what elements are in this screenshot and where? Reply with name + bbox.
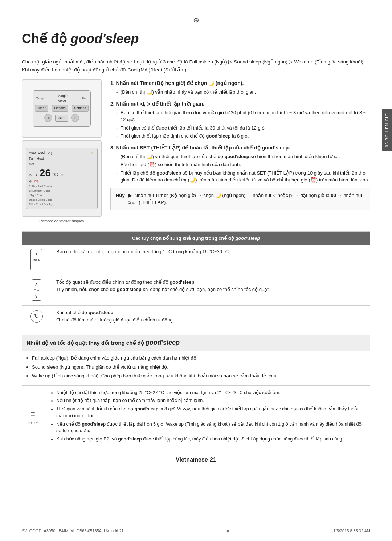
note-bullet-3: Thời gian vận hành tối ưu của chế độ goo… bbox=[56, 406, 365, 419]
table-row-3: ↻ Khi bật chế độ good'sleep Ở chế độ làm… bbox=[22, 306, 370, 327]
set-btn: SET bbox=[55, 115, 68, 122]
remote-row-2: Timer Options Settings bbox=[36, 105, 87, 112]
remote-top-image: Temp Singlevoice Fan Timer Options Setti… bbox=[22, 79, 102, 138]
step-3-sub-1: (Đèn chỉ thị 🌙) và thời gian thiết lập c… bbox=[116, 153, 370, 160]
step-text: 2 Step Fast Comfort bbox=[29, 184, 94, 188]
table-row-2-text: Tốc độ quạt sẽ được điều chỉnh tự động t… bbox=[51, 275, 370, 305]
main-content: Temp Singlevoice Fan Timer Options Setti… bbox=[22, 79, 370, 224]
step-3-sub-3: Thiết lập chế độ good'sleep sẽ bị hủy nế… bbox=[116, 169, 370, 184]
step-3: 3. Nhấn nút SET (THIẾT LẬP) để hoàn tất … bbox=[110, 144, 370, 184]
mode-icon: ⛅ bbox=[90, 151, 94, 156]
fan-mode-label: Fan bbox=[29, 156, 35, 161]
options-btn: Options bbox=[52, 105, 68, 112]
note-box: ≡ LƯU Ý Nhiệt độ cài đặt thích hợp trong… bbox=[22, 385, 370, 448]
step-1-sub-1: (Đèn chỉ thị 🌙) vẫn nhấp nháy và bạn có … bbox=[116, 89, 370, 96]
remote-top-inner: Temp Singlevoice Fan Timer Options Setti… bbox=[33, 90, 91, 127]
title-prefix: Chế độ bbox=[22, 31, 70, 46]
step-1: 1. Nhấn nút Timer (Bộ hẹn giờ) để chọn 🌙… bbox=[110, 79, 370, 96]
dry-label: Dry bbox=[48, 151, 53, 156]
table-row-1-text: Bạn có thể cài đặt nhiệt độ mong muốn th… bbox=[51, 245, 370, 275]
remote-row-3: ◁ SET ▷ bbox=[36, 114, 87, 122]
display-top-row: Auto Cool Dry ⛅ bbox=[29, 151, 94, 156]
step-1-label: 1. Nhấn nút Timer (Bộ hẹn giờ) để chọn 🌙… bbox=[110, 79, 370, 87]
step-2-label: 2. Nhấn nút ◁, ▷ để thiết lập thời gian. bbox=[110, 100, 370, 108]
note-bullet-1: Nhiệt độ cài đặt thích hợp trong khoảng … bbox=[56, 389, 365, 396]
note-symbol-icon: ≡ bbox=[30, 408, 35, 420]
step-3-sub-list: (Đèn chỉ thị 🌙) và thời gian thiết lập c… bbox=[110, 153, 370, 184]
huy-label: Hủy bbox=[116, 192, 125, 199]
auto-label: Auto bbox=[29, 151, 36, 156]
note-content: Nhiệt độ cài đặt thích hợp trong khoảng … bbox=[44, 386, 370, 448]
remote-row-1: Temp Singlevoice Fan bbox=[36, 94, 87, 103]
intro-line-2: Khi máy điều hòa nhiệt độ hoạt động ở ch… bbox=[22, 66, 370, 74]
step-2-sub-2: Thời gian có thể được thiết lập tối thiể… bbox=[116, 124, 370, 132]
temp-label: Temp bbox=[36, 96, 44, 101]
bullet-2: Sound sleep (Ngủ ngon): Thư giãn cơ thể … bbox=[32, 364, 370, 371]
auto-icon-cell: ↻ bbox=[22, 306, 51, 327]
single-text: Single user Quiet bbox=[29, 189, 94, 193]
temp-heading: Nhiệt độ và tốc độ quạt thay đổi trong c… bbox=[22, 335, 370, 351]
note-bullet-list: Nhiệt độ cài đặt thích hợp trong khoảng … bbox=[49, 389, 365, 443]
timer-btn: Timer bbox=[35, 105, 48, 112]
step-3-label: 3. Nhấn nút SET (THIẾT LẬP) để hoàn tất … bbox=[110, 144, 370, 152]
note-bullet-4: Nếu chế độ good'sleep được thiết lập dài… bbox=[56, 421, 365, 435]
temp-icon: + Temp − bbox=[30, 249, 43, 270]
title-main: good'sleep bbox=[70, 31, 139, 46]
sun-icon: ☀ bbox=[35, 172, 38, 178]
temp-display-value: 26 bbox=[40, 168, 51, 178]
note-bullet-5: Khi chức năng hẹn giờ Bật và good'sleep … bbox=[56, 436, 365, 443]
note-bullet-2: Nếu nhiệt độ đặt quá thấp, bạn có thể cả… bbox=[56, 397, 365, 404]
fan-icon-cell: ∧ Fan ∨ bbox=[22, 275, 51, 305]
temp-icon-cell: + Temp − bbox=[22, 245, 51, 275]
single-voice-label: Singlevoice bbox=[58, 94, 68, 103]
set-display-label: Set bbox=[29, 162, 34, 167]
temp-display-row: Off ☀ 26 °C ≡ bbox=[29, 168, 94, 179]
note-label: LƯU Ý bbox=[28, 421, 38, 426]
footer-left: SV_GOOD_A3050_IB&IM_VI_DB68-05185A_UX.in… bbox=[22, 528, 124, 534]
fan-icon: ∧ Fan ∨ bbox=[32, 279, 42, 301]
huy-box: Hủy ▶ Nhấn nút Timer (Bộ hẹn giờ) → chọn… bbox=[110, 188, 370, 210]
table-header-text: Các tùy chọn bổ sung khả dụng trong chế … bbox=[132, 235, 260, 241]
note-icon-cell: ≡ LƯU Ý bbox=[22, 386, 44, 448]
table-row-3-text: Khi bật chế độ good'sleep Ở chế độ làm m… bbox=[51, 306, 370, 327]
fan-label: Fan bbox=[82, 96, 87, 101]
filter-text: Filter Reset Display bbox=[29, 202, 94, 206]
step-2-sub-3: Thời gian thiết lập mặc định cho chế độ … bbox=[116, 132, 370, 140]
instruction-list: 1. Nhấn nút Timer (Bộ hẹn giờ) để chọn 🌙… bbox=[110, 79, 370, 184]
left-arrow-btn: ◁ bbox=[44, 114, 52, 122]
table-header: Các tùy chọn bổ sung khả dụng trong chế … bbox=[22, 232, 370, 245]
display-set-row: Set bbox=[29, 162, 94, 167]
step-2-sub-list: Bạn có thể thiết lập thời gian theo đơn … bbox=[110, 109, 370, 140]
table-row-2: ∧ Fan ∨ Tốc độ quạt sẽ được điều chỉnh t… bbox=[22, 275, 370, 306]
right-arrow-btn: ▷ bbox=[71, 114, 79, 122]
footer-right: 11/5/2015 8:35:32 AM bbox=[331, 528, 370, 534]
timer-icon-display: ⏰ bbox=[34, 179, 38, 184]
table-row-1: + Temp − Bạn có thể cài đặt nhiệt độ mon… bbox=[22, 245, 370, 275]
auto-wind-icon: ↻ bbox=[30, 310, 43, 323]
left-panel: Temp Singlevoice Fan Timer Options Setti… bbox=[22, 79, 102, 224]
bullet-3: Wake up (Tỉnh giác sáng khoái): Cho phép… bbox=[32, 372, 370, 380]
page-title: Chế độ good'sleep bbox=[22, 29, 370, 52]
intro-line-1: Cho một giấc ngủ thoải mái, điều hòa nhi… bbox=[22, 58, 370, 66]
remote-caption: Remote controller display bbox=[22, 218, 102, 224]
right-panel: 1. Nhấn nút Timer (Bộ hẹn giờ) để chọn 🌙… bbox=[110, 79, 370, 224]
options-table: Các tùy chọn bổ sung khả dụng trong chế … bbox=[22, 231, 370, 328]
top-compass-icon: ⊕ bbox=[22, 15, 370, 25]
sidebar-label: 03 BỘ HẸN GIỜ bbox=[382, 109, 392, 151]
heat-label: Heat bbox=[37, 156, 44, 161]
off-display-label: Off bbox=[29, 173, 33, 178]
page-container: ⊕ Chế độ good'sleep Cho một giấc ngủ tho… bbox=[0, 0, 392, 541]
display-icons-row: ❄ ⏰ bbox=[29, 179, 94, 184]
footer-center-icon: ⊕ bbox=[226, 528, 229, 534]
display-inner: Auto Cool Dry ⛅ Fan Heat Set Off ☀ bbox=[26, 148, 98, 209]
intro-text: Cho một giấc ngủ thoải mái, điều hòa nhi… bbox=[22, 58, 370, 74]
bullet-1: Fall asleep (Ngủ): Dễ dàng chìm vào giấc… bbox=[32, 354, 370, 362]
step-2-sub-1: Bạn có thể thiết lập thời gian theo đơn … bbox=[116, 109, 370, 123]
step-2: 2. Nhấn nút ◁, ▷ để thiết lập thời gian.… bbox=[110, 100, 370, 140]
page-number: Vietnamese-21 bbox=[22, 455, 370, 464]
temp-bullet-list: Fall asleep (Ngủ): Dễ dàng chìm vào giấc… bbox=[22, 354, 370, 380]
settings-btn: Settings bbox=[72, 105, 89, 112]
display-mode-row: Fan Heat bbox=[29, 156, 94, 161]
usage-text: Usage Clean Beep bbox=[29, 198, 94, 202]
table-body: + Temp − Bạn có thể cài đặt nhiệt độ mon… bbox=[22, 245, 370, 327]
